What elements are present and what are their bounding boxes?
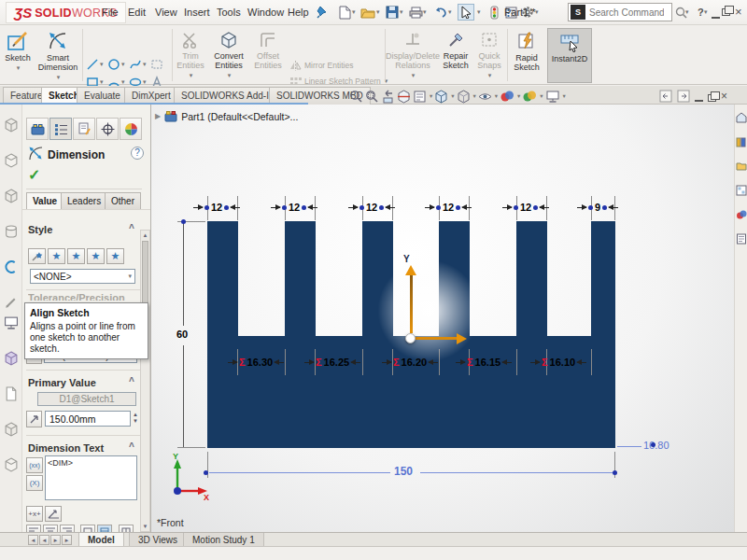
- style-combo-dropdown[interactable]: ▾: [128, 273, 132, 280]
- select-dropdown[interactable]: ▾: [477, 8, 481, 16]
- lasso-tool[interactable]: [150, 55, 170, 73]
- search-dropdown[interactable]: ▾: [685, 8, 689, 16]
- view-settings-dropdown[interactable]: ▾: [563, 92, 566, 100]
- instant2d-button[interactable]: Instant2D: [547, 28, 592, 83]
- doc-prev-icon[interactable]: [659, 90, 672, 103]
- select-tool-icon[interactable]: [458, 4, 474, 21]
- tab-nav-last[interactable]: ►: [62, 535, 72, 545]
- tree-expand-icon[interactable]: ▶: [155, 112, 161, 120]
- spinner-up-icon[interactable]: ▲: [133, 412, 138, 417]
- dimension-top-6[interactable]: 9: [577, 202, 618, 213]
- tab-nav-first[interactable]: ◄: [28, 535, 38, 545]
- task-pane-design-library-icon[interactable]: [736, 136, 747, 147]
- dimension-right[interactable]: 16.80: [643, 441, 669, 451]
- left-toolbar-sketch-arc-icon[interactable]: [4, 259, 19, 274]
- annotation-dropdown[interactable]: ▾: [430, 92, 432, 100]
- smart-dimension-button[interactable]: Smart Dimension ▾: [35, 28, 80, 83]
- dimension-slot-4[interactable]: Σ16.15: [456, 357, 512, 368]
- value-override-button[interactable]: [26, 411, 42, 427]
- undo-icon[interactable]: [432, 4, 449, 21]
- dynamic-annotation-icon[interactable]: [413, 90, 427, 104]
- doc-next-icon[interactable]: [677, 90, 690, 103]
- dim-150-right-endpoint[interactable]: [613, 470, 617, 475]
- panel-scroll-down-icon[interactable]: ▼: [141, 522, 149, 531]
- menu-window[interactable]: Window: [243, 6, 289, 21]
- text-position-button-1[interactable]: [80, 525, 95, 532]
- new-document-icon[interactable]: [336, 4, 353, 21]
- manipulator-handle[interactable]: [405, 333, 416, 343]
- section-view-icon[interactable]: [397, 90, 411, 104]
- print-dropdown[interactable]: ▾: [423, 8, 427, 16]
- display-manager-tab[interactable]: [120, 118, 142, 140]
- style-delete-button[interactable]: ★: [67, 248, 85, 264]
- task-pane-file-explorer-icon[interactable]: [736, 161, 747, 172]
- display-style-icon[interactable]: [457, 90, 471, 104]
- dim-text-xx-button[interactable]: (xx): [26, 457, 43, 473]
- sketch-tooth-1[interactable]: [207, 221, 238, 337]
- dimension-drag-manipulator[interactable]: Y: [383, 254, 487, 355]
- search-commands-box[interactable]: S: [568, 3, 672, 21]
- dimension-top-4[interactable]: 12: [425, 202, 472, 213]
- tab-3d-views[interactable]: 3D Views: [129, 533, 187, 547]
- convert-entities-button[interactable]: Convert Entities ▾: [208, 28, 249, 83]
- left-toolbar-cube-icon-5[interactable]: [4, 457, 19, 472]
- orientation-dropdown[interactable]: ▾: [451, 92, 454, 100]
- edit-appearance-icon[interactable]: [500, 90, 514, 104]
- add-value-button[interactable]: +x+: [26, 506, 43, 522]
- task-pane-resources-icon[interactable]: [736, 112, 747, 123]
- text-position-button-3[interactable]: [119, 525, 134, 532]
- tab-motion-study[interactable]: Motion Study 1: [183, 533, 264, 547]
- dimension-top-5[interactable]: 12: [502, 202, 549, 213]
- text-position-button-2[interactable]: [97, 525, 112, 532]
- dimension-left-60[interactable]: 60: [176, 329, 188, 340]
- left-toolbar-cube-icon-4[interactable]: [4, 422, 19, 437]
- view-settings-icon[interactable]: [545, 90, 560, 104]
- dimension-slot-5[interactable]: Σ16.10: [530, 357, 586, 368]
- left-toolbar-pencil-icon[interactable]: [4, 295, 19, 310]
- panel-scroll-up-icon[interactable]: ▲: [141, 231, 149, 240]
- scene-dropdown[interactable]: ▾: [540, 92, 543, 100]
- print-icon[interactable]: [407, 4, 424, 21]
- task-pane-custom-properties-icon[interactable]: [736, 233, 747, 245]
- zoom-to-area-icon[interactable]: [365, 90, 379, 104]
- style-section-header[interactable]: Style: [28, 224, 52, 235]
- justify-left-button[interactable]: [26, 525, 41, 532]
- primary-value-collapse-icon[interactable]: ^: [129, 376, 134, 386]
- dimension-text-collapse-icon[interactable]: ^: [129, 441, 134, 452]
- style-apply-default-button[interactable]: [28, 248, 46, 264]
- dimension-top-1[interactable]: 12: [193, 202, 240, 213]
- left-toolbar-document-icon[interactable]: [4, 386, 19, 401]
- spinner-down-icon[interactable]: ▼: [133, 418, 138, 424]
- value-spinner[interactable]: ▲ ▼: [133, 412, 138, 424]
- style-load-button[interactable]: ★: [106, 248, 124, 264]
- display-states-icon[interactable]: [486, 4, 502, 21]
- sketch-tooth-5[interactable]: [516, 221, 547, 337]
- menu-file[interactable]: File: [97, 6, 123, 21]
- display-style-dropdown[interactable]: ▾: [473, 92, 476, 100]
- menu-edit[interactable]: Edit: [123, 6, 150, 21]
- doc-close-button[interactable]: ×: [721, 90, 727, 103]
- tab-nav-next[interactable]: ►: [50, 535, 61, 545]
- menu-insert[interactable]: Insert: [179, 6, 215, 21]
- dimension-text-area[interactable]: <DIM>: [45, 455, 137, 500]
- left-toolbar-cylinder-icon[interactable]: [4, 224, 19, 239]
- view-orientation-icon[interactable]: [434, 90, 448, 104]
- tab-nav-prev[interactable]: ◄: [39, 535, 49, 545]
- smart-dimension-dropdown[interactable]: ▾: [57, 73, 61, 82]
- search-input[interactable]: [589, 7, 664, 18]
- repair-sketch-button[interactable]: Repair Sketch: [439, 28, 472, 83]
- subtab-leaders[interactable]: Leaders: [61, 192, 107, 209]
- left-toolbar-cube-icon-2[interactable]: [4, 153, 19, 168]
- sketch-tooth-2[interactable]: [285, 221, 316, 337]
- subtab-value[interactable]: Value: [26, 192, 63, 209]
- pin-menu-icon[interactable]: [314, 4, 331, 21]
- configuration-manager-tab[interactable]: [73, 118, 95, 140]
- open-dropdown[interactable]: ▾: [376, 8, 380, 16]
- menu-view[interactable]: View: [150, 6, 182, 21]
- new-dropdown[interactable]: ▾: [352, 8, 356, 16]
- rapid-sketch-button[interactable]: Rapid Sketch: [510, 28, 543, 83]
- sketch-button[interactable]: Sketch ▾: [2, 28, 34, 83]
- apply-scene-icon[interactable]: [522, 90, 537, 104]
- task-pane-view-palette-icon[interactable]: [736, 185, 747, 196]
- style-save-button[interactable]: ★: [87, 248, 105, 264]
